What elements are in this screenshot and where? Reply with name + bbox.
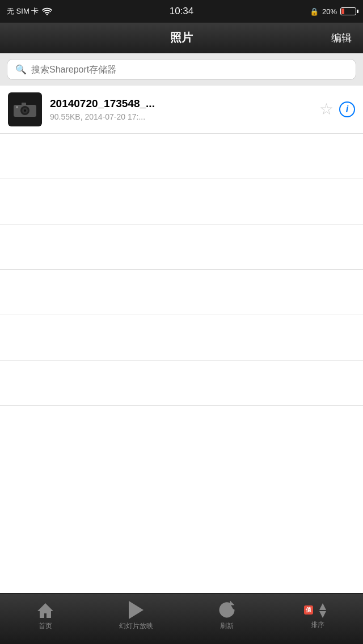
empty-row: [0, 179, 363, 224]
carrier-label: 无 SIM 卡: [7, 6, 39, 16]
battery-fill: [341, 9, 344, 14]
home-icon: [36, 601, 54, 619]
file-info: 20140720_173548_... 90.55KB, 2014-07-20 …: [50, 98, 315, 121]
play-icon: [129, 601, 143, 619]
edit-button[interactable]: 编辑: [331, 31, 352, 45]
empty-row: [0, 270, 363, 315]
status-bar: 无 SIM 卡 10:34 🔒 20%: [0, 0, 363, 23]
battery-box: [340, 7, 356, 15]
file-meta: 90.55KB, 2014-07-20 17:...: [50, 112, 315, 121]
search-input[interactable]: [31, 65, 348, 75]
tab-home[interactable]: 首页: [0, 601, 91, 631]
info-button[interactable]: i: [339, 101, 355, 117]
file-thumbnail: [8, 92, 42, 126]
battery-pct-label: 20%: [322, 7, 337, 16]
nav-bar: 照片 编辑: [0, 23, 363, 53]
status-time: 10:34: [170, 6, 194, 17]
status-right: 🔒 20%: [310, 7, 356, 16]
tab-slideshow-label: 幻灯片放映: [119, 621, 153, 631]
svg-marker-6: [37, 603, 53, 618]
lock-icon: 🔒: [310, 7, 319, 16]
tab-sort-label: 排序: [311, 620, 324, 630]
camera-icon: [14, 101, 36, 118]
battery-indicator: [340, 7, 356, 15]
svg-marker-9: [319, 611, 326, 618]
svg-point-3: [24, 109, 26, 112]
empty-row: [0, 134, 363, 179]
sort-icon-container: 值: [304, 602, 331, 618]
file-name: 20140720_173548_...: [50, 98, 315, 110]
search-bar[interactable]: 🔍: [7, 59, 356, 80]
status-left: 无 SIM 卡: [7, 6, 52, 16]
svg-marker-8: [319, 603, 326, 610]
star-icon[interactable]: ☆: [319, 101, 334, 117]
list-item[interactable]: 20140720_173548_... 90.55KB, 2014-07-20 …: [0, 86, 363, 134]
tab-sort[interactable]: 值 排序: [272, 602, 363, 630]
svg-rect-4: [22, 103, 26, 105]
tab-slideshow[interactable]: 幻灯片放映: [91, 601, 182, 631]
zmz-badge: 值: [304, 605, 313, 615]
file-actions: ☆ i: [319, 101, 355, 117]
file-list: 20140720_173548_... 90.55KB, 2014-07-20 …: [0, 86, 363, 593]
search-icon: 🔍: [15, 64, 27, 75]
svg-point-5: [16, 106, 18, 108]
refresh-icon: [218, 601, 236, 619]
wifi-icon: [42, 7, 52, 15]
tab-home-label: 首页: [39, 621, 52, 631]
empty-row: [0, 361, 363, 406]
sort-arrows-icon: [315, 602, 331, 618]
tab-bar: 首页 幻灯片放映 刷新 值 排序: [0, 593, 363, 644]
tab-refresh[interactable]: 刷新: [182, 601, 272, 631]
empty-row: [0, 315, 363, 361]
empty-row: [0, 224, 363, 270]
svg-marker-7: [129, 601, 143, 619]
tab-refresh-label: 刷新: [220, 621, 234, 631]
nav-title: 照片: [170, 30, 193, 45]
search-bar-container: 🔍: [0, 53, 363, 86]
